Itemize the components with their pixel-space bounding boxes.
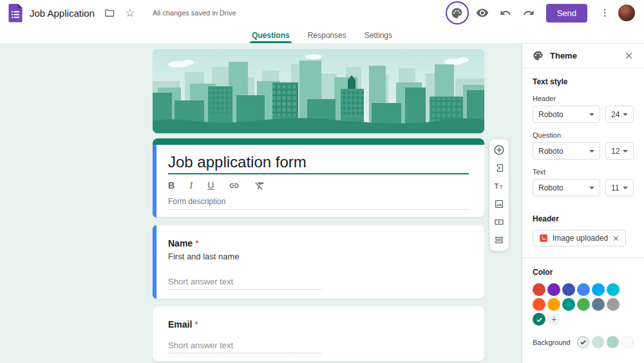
add-custom-color-button[interactable]: + [547,313,560,326]
text-style-heading: Text style [533,77,634,86]
chevron-down-icon [623,150,628,153]
color-swatch[interactable] [577,298,590,311]
selection-indicator [153,145,156,218]
bold-button[interactable]: B [168,180,175,191]
preview-eye-icon[interactable] [473,3,492,23]
chevron-down-icon [623,113,628,116]
svg-text:T: T [499,184,502,190]
question-font-select[interactable]: Roboto [533,142,600,160]
image-uploaded-chip[interactable]: Image uploaded [533,230,626,247]
text-size-select[interactable]: 11 [605,179,634,196]
chevron-down-icon [589,113,594,116]
background-swatch[interactable] [607,336,619,348]
chevron-down-icon [589,187,594,189]
question-label[interactable]: Name* [168,238,469,248]
background-swatch[interactable] [592,336,604,348]
clear-formatting-icon[interactable] [254,180,265,191]
close-icon[interactable] [624,51,634,60]
color-swatch[interactable] [533,298,545,311]
move-folder-icon[interactable] [100,3,119,23]
required-asterisk: * [195,238,198,248]
tabs-bar: Questions Responses Settings [0,26,644,44]
add-video-icon[interactable] [493,216,505,228]
svg-text:T: T [494,182,498,190]
check-icon [536,316,543,323]
customize-theme-button[interactable] [446,1,469,24]
tab-settings[interactable]: Settings [365,26,392,43]
color-section-heading: Color [533,268,634,277]
theme-color-strip [153,138,484,145]
question-font-label: Question [533,131,634,139]
short-answer-placeholder: Short answer text [168,277,321,290]
color-swatch[interactable] [607,298,620,311]
background-swatch-selected[interactable] [577,336,589,348]
theme-panel-title: Theme [550,51,577,60]
short-answer-placeholder: Short answer text [168,340,321,353]
add-question-icon[interactable] [493,144,505,156]
header-font-select[interactable]: Roboto [533,106,600,123]
forms-logo-icon[interactable] [8,3,23,23]
top-bar: Job Application ☆ All changes saved in D… [0,0,644,26]
remove-image-icon[interactable] [612,235,620,242]
chevron-down-icon [589,150,594,153]
color-swatch[interactable] [592,298,605,311]
more-menu-icon[interactable] [595,3,614,23]
form-description-input[interactable]: Form description [168,197,469,210]
add-section-icon[interactable] [493,234,505,246]
background-swatch[interactable] [621,336,634,348]
color-swatch[interactable] [607,283,620,296]
color-swatch[interactable] [592,283,605,296]
color-swatches: + [533,283,620,326]
header-size-select[interactable]: 24 [605,106,634,123]
insert-toolbar: TT [489,139,509,251]
formatting-toolbar: B I U [168,180,469,191]
tab-questions[interactable]: Questions [252,26,290,43]
insert-link-icon[interactable] [229,180,240,191]
header-section-heading: Header [533,214,634,223]
form-title-input[interactable]: Job application form [168,154,469,174]
color-swatch[interactable] [547,283,560,296]
question-description[interactable]: First and last name [168,252,469,261]
text-font-label: Text [533,168,634,176]
add-image-icon[interactable] [493,198,505,210]
form-title-card[interactable]: Job application form B I U Form descript… [153,138,484,218]
save-status: All changes saved in Drive [153,9,236,17]
question-card-name[interactable]: Name* First and last name Short answer t… [153,225,484,299]
redo-icon[interactable] [519,3,538,23]
color-swatch[interactable] [577,283,590,296]
palette-icon [533,50,544,61]
question-card-email[interactable]: Email* Short answer text [153,306,484,361]
header-font-label: Header [533,95,634,102]
add-title-icon[interactable]: TT [493,180,505,192]
color-swatch-selected[interactable] [533,313,545,326]
question-size-select[interactable]: 12 [605,142,634,160]
question-label[interactable]: Email* [168,319,469,330]
form-editor-canvas: Job application form B I U Form descript… [0,44,522,363]
background-section: Background [533,336,634,348]
form-header-image [153,49,484,133]
document-title[interactable]: Job Application [30,8,95,19]
background-label: Background [533,339,571,346]
send-button[interactable]: Send [546,4,587,23]
theme-panel-header: Theme [522,44,644,68]
selection-indicator [153,225,156,299]
required-asterisk: * [194,319,198,330]
color-swatch[interactable] [562,298,575,311]
tab-responses[interactable]: Responses [308,26,346,43]
theme-panel: Theme Text style Header Roboto 24 Questi… [522,44,644,363]
underline-button[interactable]: U [207,180,214,191]
star-icon[interactable]: ☆ [120,3,140,23]
chevron-down-icon [623,187,628,189]
italic-button[interactable]: I [189,180,193,191]
color-swatch[interactable] [547,298,560,311]
text-font-select[interactable]: Roboto [533,179,600,196]
undo-icon[interactable] [496,3,515,23]
import-questions-icon[interactable] [493,162,505,174]
divider [522,257,644,258]
avatar[interactable] [618,5,635,21]
check-icon [580,339,587,346]
color-swatch[interactable] [562,283,575,296]
image-icon [539,234,548,243]
color-swatch[interactable] [533,283,545,296]
